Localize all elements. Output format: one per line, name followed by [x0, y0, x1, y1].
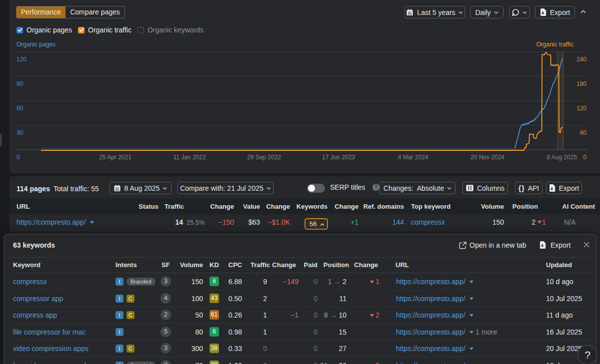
svg-text:29 Sep 2022: 29 Sep 2022: [247, 154, 281, 161]
svg-text:0: 0: [16, 154, 20, 161]
svg-text:0: 0: [583, 154, 586, 161]
svg-text:30: 30: [16, 129, 24, 136]
svg-text:11 Jan 2022: 11 Jan 2022: [173, 154, 206, 161]
svg-text:120: 120: [16, 56, 26, 63]
svg-text:60: 60: [16, 105, 24, 112]
svg-text:60: 60: [580, 129, 587, 136]
svg-text:25 Apr 2021: 25 Apr 2021: [99, 154, 132, 161]
svg-text:Organic traffic: Organic traffic: [536, 41, 574, 48]
svg-text:90: 90: [16, 80, 24, 87]
svg-text:8 Aug 2025: 8 Aug 2025: [546, 154, 577, 161]
svg-text:17 Jun 2023: 17 Jun 2023: [322, 154, 355, 161]
svg-text:240: 240: [576, 56, 586, 63]
svg-text:4 Mar 2024: 4 Mar 2024: [398, 154, 428, 161]
svg-text:120: 120: [576, 105, 586, 112]
svg-text:20 Nov 2024: 20 Nov 2024: [470, 154, 504, 161]
svg-text:Organic pages: Organic pages: [16, 41, 56, 48]
svg-text:180: 180: [576, 80, 586, 87]
